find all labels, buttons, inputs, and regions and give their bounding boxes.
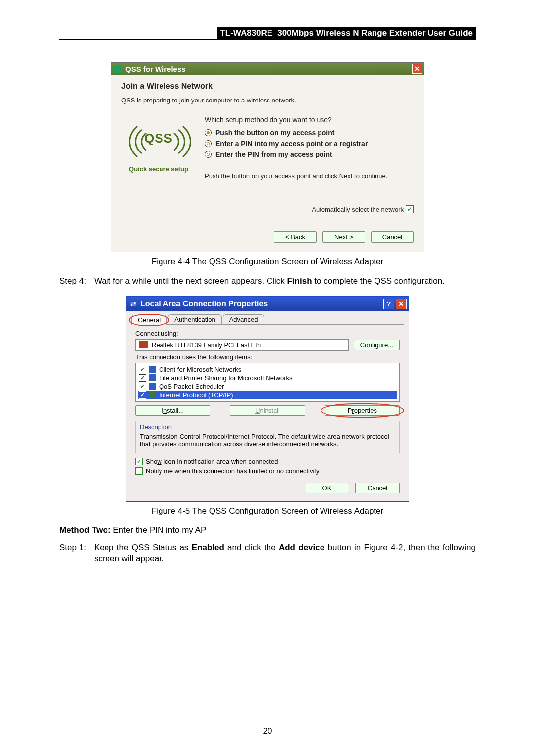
uninstall-button: Uninstall bbox=[230, 405, 305, 416]
radio-option-pin-from-ap[interactable]: Enter the PIN from my access point bbox=[205, 151, 414, 158]
qss-options: Push the button on my access point Enter… bbox=[205, 129, 414, 158]
items-label: This connection uses the following items… bbox=[135, 353, 404, 361]
page-number: 20 bbox=[0, 726, 535, 736]
description-group: Description Transmission Control Protoco… bbox=[135, 421, 400, 453]
underline: n bbox=[163, 407, 167, 414]
qss-question: Which setup method do you want to use? bbox=[205, 116, 414, 124]
tabs: General Authentication Advanced bbox=[131, 314, 404, 325]
checkbox-icon: ✓ bbox=[135, 458, 143, 465]
radio-label: Push the button on my access point bbox=[215, 129, 334, 137]
t: Sho bbox=[146, 458, 157, 465]
caption-4-5: Figure 4-5 The QSS Configuration Screen … bbox=[59, 506, 476, 516]
help-icon[interactable]: ? bbox=[383, 299, 394, 309]
properties-button[interactable]: Properties bbox=[325, 405, 400, 416]
checkbox-icon: ✓ bbox=[139, 366, 146, 373]
qss-logo-label: Quick secure setup bbox=[121, 165, 196, 173]
list-item[interactable]: ✓ QoS Packet Scheduler bbox=[138, 382, 397, 391]
service-icon bbox=[149, 366, 156, 373]
tab-authentication[interactable]: Authentication bbox=[168, 314, 221, 324]
qss-heading: Join a Wireless Network bbox=[121, 82, 414, 91]
nic-icon bbox=[139, 341, 148, 348]
checkbox-icon: ✓ bbox=[406, 205, 414, 213]
notify-checkbox[interactable]: Notify me when this connection has limit… bbox=[135, 467, 400, 475]
qss-logo: QSS bbox=[129, 118, 188, 162]
description-label: Description bbox=[140, 423, 395, 431]
protocol-icon bbox=[149, 391, 156, 398]
checkbox-icon bbox=[135, 467, 143, 475]
item-label: Internet Protocol (TCP/IP) bbox=[159, 391, 233, 399]
radio-option-push[interactable]: Push the button on my access point bbox=[205, 129, 414, 137]
method-text: Enter the PIN into my AP bbox=[111, 525, 207, 535]
ok-button[interactable]: OK bbox=[305, 483, 349, 493]
close-icon[interactable]: ✕ bbox=[412, 64, 422, 74]
radio-icon bbox=[205, 151, 212, 158]
underline: U bbox=[255, 407, 260, 414]
underline: C bbox=[360, 341, 365, 349]
b: Enabled bbox=[192, 543, 224, 552]
checkbox-label: Show icon in notification area when conn… bbox=[146, 458, 278, 465]
radio-label: Enter the PIN from my access point bbox=[215, 151, 332, 158]
qss-titlebar: QSS for Wireless ✕ bbox=[111, 63, 424, 75]
qss-window-title: QSS for Wireless bbox=[125, 65, 186, 73]
auto-select-row[interactable]: Automatically select the network ✓ bbox=[121, 205, 414, 213]
list-item-tcpip[interactable]: ✓ Internet Protocol (TCP/IP) bbox=[138, 391, 397, 399]
step-label: Step 4: bbox=[59, 276, 86, 287]
nic-field: Realtek RTL8139 Family PCI Fast Eth bbox=[135, 339, 349, 351]
close-icon[interactable]: ✕ bbox=[396, 299, 407, 309]
radio-option-pin-ap[interactable]: Enter a PIN into my access point or a re… bbox=[205, 140, 414, 148]
service-icon bbox=[149, 374, 156, 381]
header-inner: TL-WA830RE 300Mbps Wireless N Range Exte… bbox=[217, 27, 476, 39]
qss-subheading: QSS is preparing to join your computer t… bbox=[121, 97, 414, 104]
qss-dialog: QSS for Wireless ✕ Join a Wireless Netwo… bbox=[111, 62, 424, 252]
step-body: Keep the QSS Status as Enabled and click… bbox=[94, 542, 476, 565]
configure-button[interactable]: Configure... bbox=[354, 340, 400, 350]
header-bar: TL-WA830RE 300Mbps Wireless N Range Exte… bbox=[59, 27, 476, 40]
tab-advanced[interactable]: Advanced bbox=[223, 314, 265, 324]
description-text: Transmission Control Protocol/Internet P… bbox=[140, 433, 395, 448]
cancel-button[interactable]: Cancel bbox=[355, 483, 400, 493]
step-4: Step 4: Wait for a while until the next … bbox=[59, 276, 476, 287]
list-item[interactable]: ✓ File and Printer Sharing for Microsoft… bbox=[138, 374, 397, 382]
radio-icon bbox=[205, 129, 212, 136]
tab-label: General bbox=[138, 316, 160, 324]
radio-icon bbox=[205, 140, 212, 147]
checkbox-label: Notify me when this connection has limit… bbox=[146, 467, 319, 475]
checkbox-icon: ✓ bbox=[139, 391, 146, 399]
qss-logo-panel: QSS Quick secure setup bbox=[121, 115, 196, 180]
caption-4-4: Figure 4-4 The QSS Configuration Screen … bbox=[59, 257, 476, 267]
t: icon in notification area when connected bbox=[162, 458, 278, 465]
checkbox-icon: ✓ bbox=[139, 374, 146, 382]
underline: m bbox=[164, 467, 169, 475]
underline: w bbox=[157, 458, 161, 465]
step-text: Wait for a while until the next screen a… bbox=[94, 276, 287, 286]
t: e when this connection has limited or no… bbox=[169, 467, 320, 475]
step-label: Step 1: bbox=[59, 542, 86, 565]
page: TL-WA830RE 300Mbps Wireless N Range Exte… bbox=[0, 0, 535, 756]
step-text: to complete the QSS configuration. bbox=[312, 276, 445, 286]
install-button[interactable]: Install... bbox=[135, 405, 210, 416]
cancel-button[interactable]: Cancel bbox=[371, 231, 414, 243]
list-item[interactable]: ✓ Client for Microsoft Networks bbox=[138, 365, 397, 374]
lac-titlebar: ⇄ Local Area Connection Properties ? ✕ bbox=[126, 297, 409, 311]
step-body: Wait for a while until the next screen a… bbox=[94, 276, 476, 287]
service-icon bbox=[149, 383, 156, 390]
item-label: Client for Microsoft Networks bbox=[159, 366, 241, 373]
b: Add device bbox=[279, 543, 324, 552]
qss-logo-text: QSS bbox=[129, 131, 188, 146]
method-label: Method Two: bbox=[59, 525, 111, 535]
model-label: TL-WA830RE bbox=[220, 28, 272, 38]
next-button[interactable]: Next > bbox=[322, 231, 365, 243]
back-button[interactable]: < Back bbox=[274, 231, 317, 243]
show-icon-checkbox[interactable]: ✓ Show icon in notification area when co… bbox=[135, 458, 400, 465]
step-bold: Finish bbox=[287, 276, 312, 286]
tp-icon bbox=[114, 65, 122, 73]
checkbox-icon: ✓ bbox=[139, 383, 146, 390]
method-two: Method Two: Enter the PIN into my AP bbox=[59, 525, 476, 535]
underline: r bbox=[352, 407, 354, 414]
item-label: QoS Packet Scheduler bbox=[159, 383, 224, 390]
nic-name: Realtek RTL8139 Family PCI Fast Eth bbox=[152, 341, 261, 349]
t: and click the bbox=[224, 543, 279, 552]
tab-general[interactable]: General bbox=[131, 315, 167, 325]
lac-dialog: ⇄ Local Area Connection Properties ? ✕ G… bbox=[126, 296, 409, 502]
t: Notify bbox=[146, 467, 164, 475]
